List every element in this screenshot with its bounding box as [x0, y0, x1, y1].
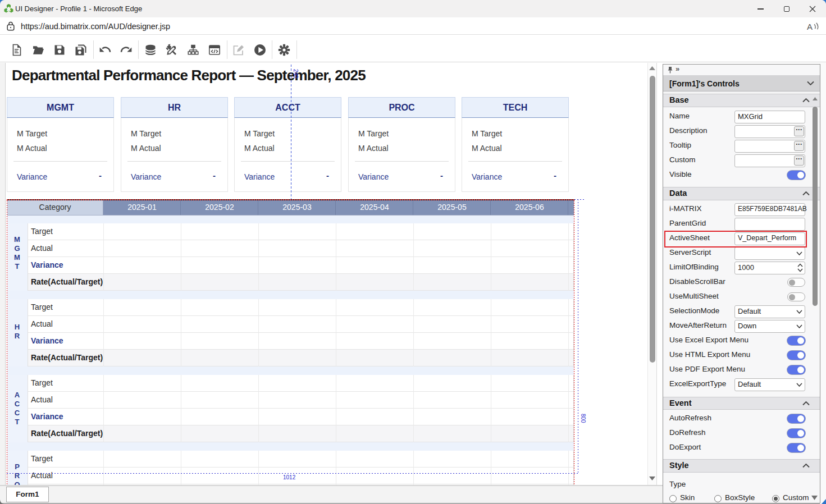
svg-text:A: A: [7, 6, 11, 12]
svg-text:A: A: [807, 22, 813, 31]
